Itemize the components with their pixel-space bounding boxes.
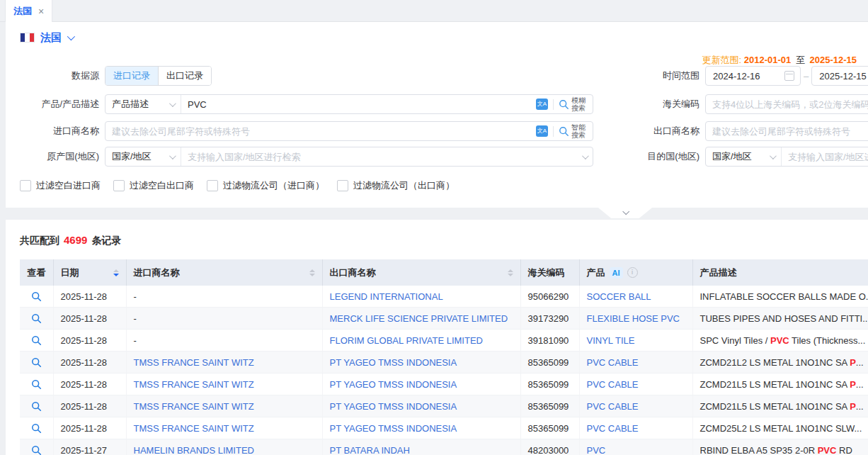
product-link[interactable]: PVC CABLE (587, 423, 639, 434)
exporter-input-wrap (705, 121, 868, 141)
cell-hs-code: 85365099 (520, 352, 579, 373)
date-to-input[interactable] (811, 66, 868, 86)
view-detail-search-icon[interactable] (31, 423, 42, 434)
checkbox-filter-blank-importer[interactable]: 过滤空白进口商 (20, 179, 101, 192)
close-icon[interactable]: × (38, 6, 44, 16)
origin-country-input[interactable] (181, 152, 582, 162)
checkbox-filter-logistics-exporter[interactable]: 过滤物流公司（出口商） (337, 179, 455, 192)
exporter-link[interactable]: PT BATARA INDAH (330, 445, 410, 455)
highlighted-keyword: P (850, 379, 856, 390)
highlighted-keyword: P (850, 401, 856, 412)
destination-country-label: 目的国(地区) (544, 150, 699, 163)
cell-hs-code: 85365099 (520, 373, 579, 395)
product-input[interactable] (181, 99, 536, 110)
origin-country-select[interactable]: 国家/地区 (105, 147, 181, 166)
product-link[interactable]: PVC CABLE (587, 357, 639, 368)
importer-link: - (134, 313, 137, 324)
cell-importer: - (126, 330, 322, 352)
exporter-link[interactable]: MERCK LIFE SCIENCE PRIVATE LIMITED (330, 313, 508, 324)
tab-title: 法国 (13, 5, 32, 18)
view-detail-search-icon[interactable] (31, 379, 42, 390)
cell-product: PVC CABLE (579, 352, 692, 373)
product-link[interactable]: PVC (587, 445, 606, 455)
cell-date: 2025-11-28 (53, 352, 126, 373)
col-exporter-sortable[interactable]: 出口商名称 (323, 266, 520, 279)
view-detail-search-icon[interactable] (31, 291, 42, 302)
view-detail-search-icon[interactable] (31, 445, 42, 455)
hs-code-input[interactable] (706, 99, 868, 110)
importer-input[interactable] (105, 126, 536, 137)
calendar-icon[interactable] (784, 71, 794, 81)
cell-product: PVC CABLE (579, 417, 692, 439)
sort-icons[interactable] (508, 269, 513, 276)
cell-product: PVC CABLE (579, 395, 692, 417)
col-importer-sortable[interactable]: 进口商名称 (127, 266, 322, 279)
exporter-link[interactable]: PT YAGEO TMSS INDONESIA (330, 423, 457, 434)
highlighted-keyword: PVC (818, 445, 837, 455)
destination-country-input[interactable] (782, 152, 868, 162)
hs-code-label: 海关编码 (544, 98, 699, 111)
destination-country-group: 国家/地区 (705, 147, 868, 167)
checkbox-filter-blank-exporter[interactable]: 过滤空白出口商 (113, 179, 194, 192)
highlighted-keyword: PVC (770, 335, 789, 346)
update-range-to-word: 至 (796, 55, 805, 65)
date-from-input[interactable] (705, 66, 801, 86)
product-link[interactable]: FLEXIBLE HOSE PVC (587, 313, 680, 324)
results-summary: 共匹配到 4699 条记录 (20, 234, 121, 247)
importer-search-group: 文A 智能搜索 (105, 121, 593, 141)
exporter-link[interactable]: FLORIM GLOBAL PRIVATE LIMITED (330, 335, 483, 346)
cell-exporter: PT YAGEO TMSS INDONESIA (322, 373, 520, 395)
checkbox-icon[interactable] (207, 180, 218, 191)
tab-france[interactable]: 法国 × (5, 0, 52, 22)
exporter-link[interactable]: PT YAGEO TMSS INDONESIA (330, 401, 457, 412)
date-from-field[interactable] (712, 70, 780, 82)
checkbox-icon[interactable] (113, 180, 125, 191)
product-field-select[interactable]: 产品描述 (105, 95, 181, 113)
view-detail-search-icon[interactable] (31, 313, 42, 324)
col-product: 产品 (587, 266, 605, 279)
product-link[interactable]: VINYL TILE (587, 335, 635, 346)
filter-panel: 法国 更新范围: 2012-01-01 至 2025-12-15 数据源 进口记… (6, 22, 868, 208)
collapse-panel-handle[interactable] (598, 208, 652, 218)
importer-link[interactable]: TMSS FRANCE SAINT WITZ (134, 379, 254, 390)
checkbox-icon[interactable] (337, 180, 348, 191)
view-detail-search-icon[interactable] (31, 357, 42, 368)
cell-date: 2025-11-28 (53, 417, 126, 439)
checkbox-icon[interactable] (20, 180, 31, 191)
country-selector[interactable]: 法国 (20, 30, 73, 45)
importer-link[interactable]: TMSS FRANCE SAINT WITZ (134, 357, 254, 368)
exporter-link[interactable]: PT YAGEO TMSS INDONESIA (330, 379, 457, 390)
cell-date: 2025-11-28 (53, 395, 126, 417)
info-icon[interactable]: i (627, 267, 638, 278)
cell-importer: - (126, 286, 322, 308)
product-link[interactable]: PVC CABLE (587, 379, 639, 390)
exporter-input[interactable] (706, 126, 868, 137)
importer-link[interactable]: TMSS FRANCE SAINT WITZ (134, 423, 254, 434)
exporter-link[interactable]: LEGEND INTERNATIONAL (330, 291, 443, 302)
cell-importer: TMSS FRANCE SAINT WITZ (126, 417, 322, 439)
sort-icons[interactable] (113, 269, 119, 276)
product-link[interactable]: SOCCER BALL (587, 291, 651, 302)
hs-code-input-wrap (705, 94, 868, 114)
data-source-toggle: 进口记录 出口记录 (105, 66, 212, 86)
product-label: 产品/产品描述 (6, 98, 99, 111)
col-date-sortable[interactable]: 日期 (54, 266, 126, 279)
cell-date: 2025-11-28 (53, 308, 126, 330)
importer-link[interactable]: TMSS FRANCE SAINT WITZ (134, 401, 254, 412)
checkbox-filter-logistics-importer[interactable]: 过滤物流公司（进口商） (207, 179, 324, 192)
destination-country-select[interactable]: 国家/地区 (706, 147, 782, 166)
cell-exporter: PT YAGEO TMSS INDONESIA (322, 395, 520, 417)
importer-link[interactable]: HAMELIN BRANDS LIMITED (134, 445, 254, 455)
table-header-row: 查看 日期 进口商名称 出口商名称 海关编码 产品 (20, 259, 868, 286)
product-link[interactable]: PVC CABLE (587, 401, 639, 412)
sort-icons[interactable] (309, 269, 315, 276)
table-row: 2025-11-28 TMSS FRANCE SAINT WITZ PT YAG… (20, 373, 868, 395)
toggle-import-records[interactable]: 进口记录 (105, 67, 158, 85)
cell-product: SOCCER BALL (579, 286, 692, 308)
view-detail-search-icon[interactable] (31, 401, 42, 412)
exporter-link[interactable]: PT YAGEO TMSS INDONESIA (330, 357, 457, 368)
ai-badge: AI (610, 267, 623, 279)
date-to-field[interactable] (818, 70, 868, 82)
toggle-export-records[interactable]: 出口记录 (158, 67, 211, 85)
view-detail-search-icon[interactable] (31, 335, 42, 346)
